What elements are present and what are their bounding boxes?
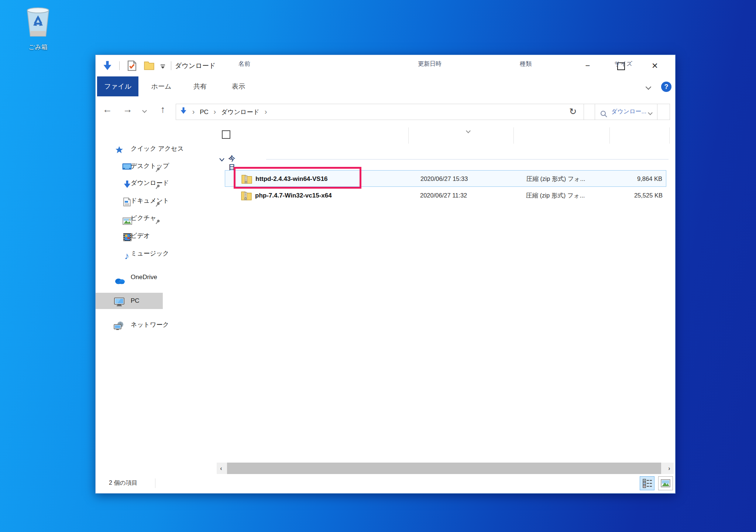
- downloads-folder-icon: [102, 61, 113, 72]
- select-all-checkbox[interactable]: [222, 130, 230, 148]
- explorer-window: ダウンロード − × ファイル ホーム 共有 表示 ? ← → ↑ › PC ›…: [95, 55, 676, 494]
- recycle-bin-label: ごみ箱: [18, 43, 58, 51]
- separator: [171, 61, 171, 70]
- close-button[interactable]: ×: [646, 55, 663, 76]
- sidebar-item-network[interactable]: ネットワーク: [96, 317, 217, 333]
- sidebar-item-onedrive[interactable]: OneDrive: [96, 269, 217, 285]
- column-separator[interactable]: [669, 127, 670, 144]
- window-title: ダウンロード: [175, 55, 216, 76]
- sidebar-item-pictures[interactable]: ピクチャ: [96, 210, 217, 226]
- file-row-php[interactable]: php-7.4.7-Win32-vc15-x64 2020/06/27 11:3…: [225, 187, 666, 204]
- column-header-type[interactable]: 種類: [520, 55, 532, 73]
- items-count: 2 個の項目: [109, 474, 138, 493]
- breadcrumb-item-pc[interactable]: PC: [200, 109, 209, 116]
- sidebar-item-documents[interactable]: ドキュメント: [96, 193, 217, 209]
- file-type: 圧縮 (zip 形式) フォ...: [526, 171, 585, 187]
- separator: [155, 478, 155, 488]
- column-header-size[interactable]: サイズ: [614, 55, 632, 73]
- details-view-button[interactable]: [640, 476, 654, 490]
- sort-descending-icon: [467, 127, 470, 134]
- status-bar: 2 個の項目: [96, 474, 675, 493]
- file-size: 9,864 KB: [637, 171, 662, 187]
- scrollbar-thumb[interactable]: [227, 463, 661, 474]
- sidebar-item-desktop[interactable]: デスクトップ: [96, 158, 217, 174]
- tab-share[interactable]: 共有: [183, 76, 217, 96]
- forward-button[interactable]: →: [120, 96, 135, 122]
- search-placeholder: ダウンロー...: [611, 104, 646, 119]
- minimize-button[interactable]: −: [579, 55, 596, 76]
- file-type: 圧縮 (zip 形式) フォ...: [526, 187, 585, 204]
- breadcrumb-separator: ›: [261, 107, 271, 116]
- column-separator[interactable]: [408, 127, 409, 144]
- qat-customize-icon[interactable]: [160, 64, 166, 71]
- group-divider-line: [266, 159, 669, 159]
- recycle-bin-icon: [22, 35, 54, 42]
- address-toolbar: ← → ↑ › PC › ダウンロード › ↻ ダウンロー...: [96, 96, 675, 122]
- navigation-pane: クイック アクセス デスクトップ ダウンロード ドキュメント: [96, 122, 217, 462]
- group-collapse-icon[interactable]: [219, 157, 225, 164]
- sidebar-item-videos[interactable]: ビデオ: [96, 228, 217, 244]
- recent-locations-icon[interactable]: [143, 107, 146, 114]
- desktop: { "desktop": { "recycle_bin_label": "ごみ箱…: [0, 0, 756, 532]
- annotation-highlight-box: [234, 167, 361, 189]
- breadcrumb-separator: ›: [210, 107, 220, 116]
- address-bar[interactable]: › PC › ダウンロード ›: [176, 104, 657, 120]
- file-date: 2020/06/27 11:32: [420, 187, 467, 204]
- help-button[interactable]: ?: [661, 82, 671, 92]
- recycle-bin[interactable]: ごみ箱: [18, 5, 58, 51]
- sidebar-item-downloads[interactable]: ダウンロード: [96, 175, 217, 191]
- search-box[interactable]: ダウンロー...: [595, 104, 670, 120]
- search-icon: [600, 108, 607, 123]
- sidebar-item-music[interactable]: ♪ ミュージック: [96, 246, 217, 262]
- music-icon: ♪: [124, 248, 129, 264]
- sidebar-item-quick-access[interactable]: クイック アクセス: [96, 141, 217, 157]
- refresh-button[interactable]: ↻: [562, 104, 584, 120]
- new-folder-icon[interactable]: [144, 61, 154, 72]
- ribbon-tab-bar: ファイル ホーム 共有 表示 ?: [96, 76, 675, 97]
- tab-file[interactable]: ファイル: [97, 76, 138, 96]
- up-button[interactable]: ↑: [155, 96, 170, 122]
- thumbnail-view-button[interactable]: [658, 476, 673, 490]
- column-header-name[interactable]: 名前: [238, 55, 250, 73]
- scroll-left-arrow[interactable]: ‹: [217, 463, 226, 474]
- separator: [119, 61, 120, 70]
- sidebar-item-pc[interactable]: PC: [96, 293, 163, 309]
- zip-folder-icon: [241, 190, 252, 202]
- address-location-icon: [180, 109, 189, 116]
- file-date: 2020/06/27 15:33: [420, 171, 468, 187]
- onedrive-cloud-icon: [114, 274, 126, 291]
- breadcrumb-item-downloads[interactable]: ダウンロード: [221, 109, 260, 116]
- horizontal-scrollbar[interactable]: ‹ ›: [217, 463, 674, 474]
- column-separator[interactable]: [609, 127, 610, 144]
- tab-view[interactable]: 表示: [222, 76, 255, 96]
- file-name: php-7.4.7-Win32-vc15-x64: [255, 187, 332, 204]
- ribbon-collapse-icon[interactable]: [646, 84, 650, 90]
- back-button[interactable]: ←: [100, 96, 115, 122]
- network-icon: [113, 320, 124, 337]
- title-bar: ダウンロード − ×: [96, 55, 675, 76]
- breadcrumb-separator: ›: [189, 107, 198, 116]
- properties-icon[interactable]: [127, 61, 137, 72]
- scroll-right-arrow[interactable]: ›: [665, 463, 674, 474]
- column-separator[interactable]: [513, 127, 514, 144]
- column-header-date[interactable]: 更新日時: [418, 55, 441, 73]
- file-size: 25,525 KB: [634, 187, 663, 204]
- tab-home[interactable]: ホーム: [144, 76, 179, 96]
- pc-icon: [114, 296, 124, 313]
